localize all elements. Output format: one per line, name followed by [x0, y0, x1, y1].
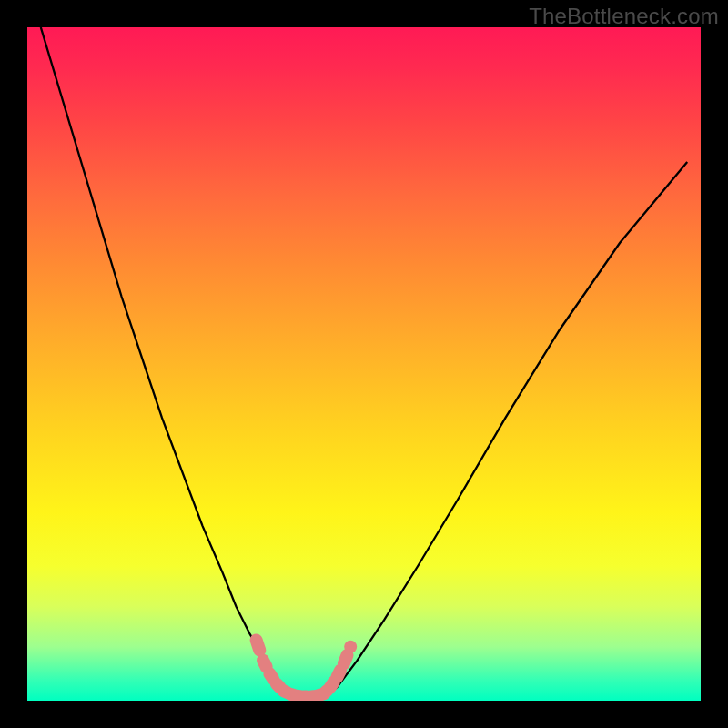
- chart-svg: [27, 27, 701, 701]
- scatter-point: [344, 655, 348, 663]
- scatter-points: [257, 640, 351, 696]
- watermark-text: TheBottleneck.com: [529, 4, 719, 29]
- scatter-point: [269, 673, 273, 679]
- scatter-point: [337, 671, 340, 677]
- chart-frame: TheBottleneck.com: [0, 0, 728, 728]
- chart-plot-area: [27, 27, 701, 701]
- right-curve: [324, 162, 688, 697]
- scatter-point: [330, 682, 334, 688]
- scatter-point: [257, 640, 260, 650]
- left-curve: [41, 27, 304, 697]
- scatter-point: [263, 661, 267, 667]
